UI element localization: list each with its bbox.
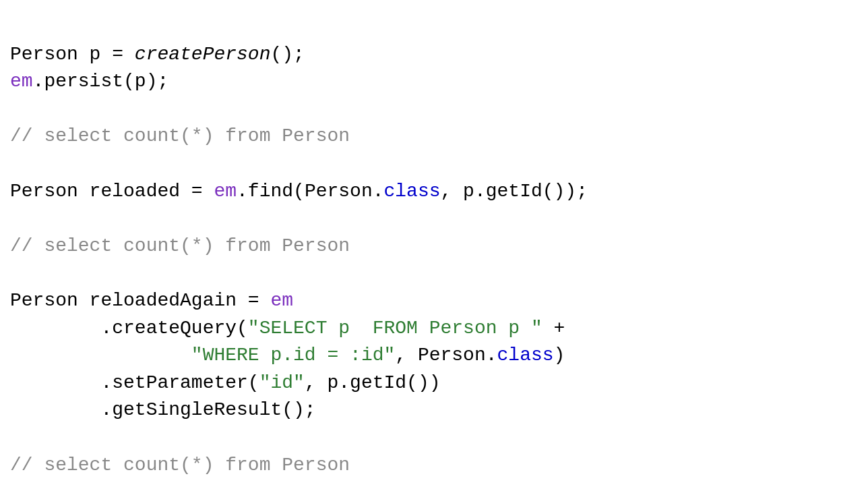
code-line: // select count(*) from Person [10,452,858,480]
code-line [10,205,858,233]
code-line [10,424,858,452]
code-line: Person p = createPerson(); [10,41,858,69]
code-line [10,150,858,178]
code-display: Person p = createPerson();em.persist(p);… [10,13,858,479]
code-line [10,260,858,287]
code-line: "WHERE p.id = :id", Person.class) [10,342,858,370]
code-line: // select count(*) from Person [10,233,858,260]
code-line: .setParameter("id", p.getId()) [10,370,858,397]
code-line: .createQuery("SELECT p FROM Person p " + [10,315,858,343]
code-line [10,96,858,123]
code-line: em.persist(p); [10,68,858,96]
code-line: .getSingleResult(); [10,397,858,424]
code-line: Person reloadedAgain = em [10,287,858,315]
code-line: // select count(*) from Person [10,123,858,150]
code-line: Person reloaded = em.find(Person.class, … [10,178,858,206]
